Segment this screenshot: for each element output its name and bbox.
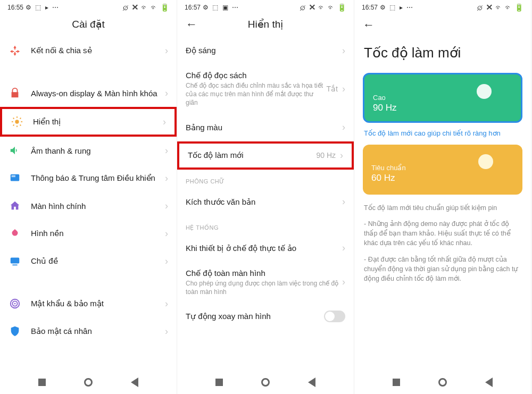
nav-recents[interactable]: [393, 379, 400, 386]
nav-home[interactable]: [438, 378, 447, 387]
row-refresh-rate[interactable]: Tốc độ làm mới 90 Hz ›: [177, 141, 354, 170]
chevron-right-icon: ›: [165, 145, 168, 156]
refresh-options: Cao 90 Hz Tốc độ làm mới cao giúp chi ti…: [354, 73, 531, 371]
home-icon: [9, 200, 21, 212]
row-label: Chế độ đọc sách: [186, 71, 327, 80]
option-hz: 90 Hz: [373, 103, 512, 113]
row-aod[interactable]: Always-on display & Màn hình khóa ›: [0, 79, 177, 107]
svg-rect-11: [11, 258, 20, 264]
status-icons-right: ⌀ ✕ ᯤ ᯤ 🔋: [299, 3, 346, 12]
row-wallpaper[interactable]: Hình nền ›: [0, 220, 177, 247]
lock-icon: [9, 87, 21, 99]
nav-home[interactable]: [261, 378, 270, 387]
option-hint: Tốc độ làm mới cao giúp chi tiết rõ ràng…: [354, 128, 531, 145]
row-label: Mật khẩu & bảo mật: [31, 299, 165, 308]
svg-line-6: [20, 125, 21, 126]
chevron-right-icon: ›: [165, 173, 168, 184]
option-standard[interactable]: Tiêu chuẩn 60 Hz: [363, 145, 522, 195]
row-text-size[interactable]: Kích thước văn bản ›: [177, 188, 354, 216]
nav-recents[interactable]: [215, 379, 223, 386]
row-theme[interactable]: Chủ đề ›: [0, 247, 177, 275]
connect-icon: [9, 45, 21, 56]
row-label: Chế độ toàn màn hình: [186, 269, 342, 278]
theme-icon: [9, 255, 21, 267]
nav-bar: [354, 371, 531, 394]
svg-point-15: [14, 303, 16, 305]
row-label: Độ sáng: [186, 46, 342, 55]
row-label: Tự động xoay màn hình: [186, 312, 324, 321]
display-screen: 16:57 ⚙︎ ⬚ ▣ ⋯ ⌀ ✕ ᯤ ᯤ 🔋 ← Hiển thị Độ s…: [177, 0, 354, 394]
chevron-right-icon: ›: [165, 228, 168, 239]
row-security[interactable]: Mật khẩu & bảo mật ›: [0, 290, 177, 317]
svg-line-5: [13, 118, 14, 119]
settings-list: Kết nối & chia sẻ › Always-on display & …: [0, 37, 177, 371]
option-hint: Tốc độ làm mới tiêu chuẩn giúp tiết kiệm…: [354, 200, 531, 216]
row-label: Tốc độ làm mới: [188, 150, 316, 160]
chevron-right-icon: ›: [165, 88, 168, 99]
chevron-right-icon: ›: [165, 45, 168, 56]
page-title: Cài đặt: [72, 18, 105, 30]
row-label: Bảo mật cá nhân: [31, 326, 165, 336]
row-label: Bảng màu: [186, 123, 342, 132]
row-home[interactable]: Màn hình chính ›: [0, 192, 177, 220]
refresh-rate-screen: 16:57 ⚙︎ ⬚ ▸ ⋯ ⌀ ✕ ᯤ ᯤ 🔋 ← Tốc độ làm mớ…: [354, 0, 531, 394]
note: - Đạt được cân bằng tốt nhất giữa độ mượ…: [354, 252, 531, 287]
option-hz: 60 Hz: [371, 173, 514, 183]
nav-bar: [0, 371, 177, 394]
row-privacy[interactable]: Bảo mật cá nhân ›: [0, 317, 177, 345]
settings-screen: 16:55 ⚙︎ ⬚ ▸ ⋯ ⌀ ✕ ᯤ ᯤ 🔋 Cài đặt Kết nối…: [0, 0, 177, 394]
chevron-right-icon: ›: [165, 200, 168, 212]
status-bar: 16:57 ⚙︎ ⬚ ▣ ⋯ ⌀ ✕ ᯤ ᯤ 🔋: [177, 0, 354, 15]
chevron-right-icon: ›: [342, 276, 345, 288]
status-icons-right: ⌀ ✕ ᯤ ᯤ 🔋: [122, 3, 169, 12]
svg-line-7: [13, 125, 14, 126]
nav-recents[interactable]: [38, 379, 46, 386]
row-auto-rotate[interactable]: Tự động xoay màn hình: [177, 303, 354, 330]
notification-icon: [9, 172, 21, 184]
wallpaper-icon: [9, 228, 21, 239]
back-button[interactable]: ←: [363, 18, 375, 32]
row-connect[interactable]: Kết nối & chia sẻ ›: [0, 37, 177, 64]
clock: 16:55: [7, 4, 23, 11]
row-value: 90 Hz: [316, 151, 336, 160]
row-label: Màn hình chính: [31, 202, 165, 211]
header: Cài đặt: [0, 15, 177, 37]
chevron-right-icon: ›: [342, 196, 345, 207]
row-display[interactable]: Hiển thị ›: [0, 107, 177, 137]
row-sound[interactable]: Âm thanh & rung ›: [0, 137, 177, 164]
sun-icon: [11, 116, 23, 128]
page-title: Tốc độ làm mới: [354, 38, 531, 73]
status-icons-left: ⚙︎ ⬚ ▸ ⋯: [380, 4, 414, 11]
nav-back[interactable]: [485, 378, 493, 387]
row-value: Tắt: [327, 85, 338, 93]
nav-back[interactable]: [131, 378, 138, 387]
display-list: Độ sáng › Chế độ đọc sách Chế độ đọc sác…: [177, 37, 354, 371]
row-brightness[interactable]: Độ sáng ›: [177, 37, 354, 64]
nav-home[interactable]: [84, 378, 93, 387]
row-fullscreen[interactable]: Chế độ toàn màn hình Cho phép ứng dụng đ…: [177, 262, 354, 303]
status-bar: 16:57 ⚙︎ ⬚ ▸ ⋯ ⌀ ✕ ᯤ ᯤ 🔋: [354, 0, 531, 15]
back-button[interactable]: ←: [186, 18, 197, 31]
chevron-right-icon: ›: [342, 122, 345, 133]
nav-back[interactable]: [308, 378, 315, 387]
row-reading-mode[interactable]: Chế độ đọc sách Chế độ đọc sách điều chỉ…: [177, 64, 354, 114]
row-label: Hình nền: [31, 229, 165, 238]
row-sub: Cho phép ứng dụng được chọn làm việc tro…: [186, 279, 342, 296]
sound-icon: [9, 145, 21, 156]
clock: 16:57: [185, 4, 201, 11]
header: ← Hiển thị: [177, 15, 354, 37]
row-label: Âm thanh & rung: [31, 146, 165, 155]
svg-line-8: [20, 118, 21, 119]
shield-icon: [9, 325, 21, 337]
toggle-auto-rotate[interactable]: [324, 311, 345, 322]
chevron-right-icon: ›: [165, 298, 168, 309]
row-label: Hiển thị: [33, 117, 163, 127]
option-high[interactable]: Cao 90 Hz: [363, 73, 522, 123]
svg-point-0: [15, 120, 19, 123]
chevron-right-icon: ›: [342, 45, 345, 56]
row-notif[interactable]: Thông báo & Trung tâm Điều khiển ›: [0, 164, 177, 192]
row-sub: Chế độ đọc sách điều chỉnh màu sắc và họ…: [186, 81, 327, 107]
row-color-palette[interactable]: Bảng màu ›: [177, 114, 354, 141]
option-label: Tiêu chuẩn: [371, 164, 514, 172]
row-vr-mode[interactable]: Khi thiết bị ở chế độ thực tế ảo ›: [177, 234, 354, 262]
